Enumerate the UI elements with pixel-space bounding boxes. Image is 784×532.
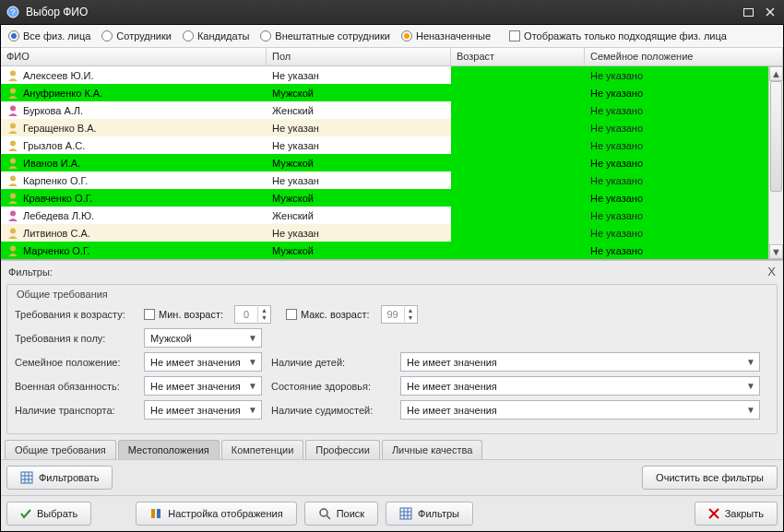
combo-crimes[interactable]: Не имеет значения▼: [400, 400, 760, 420]
table-row[interactable]: Лебедева Л.Ю.ЖенскийНе указано: [1, 207, 783, 224]
close-dialog-button[interactable]: Закрыть: [695, 502, 778, 526]
table-row[interactable]: Иванов И.А.МужскойНе указано: [1, 154, 783, 171]
button-label: Выбрать: [37, 508, 77, 519]
spin-up[interactable]: ▲: [404, 307, 417, 314]
radio-all-persons[interactable]: Все физ. лица: [8, 30, 90, 41]
combo-gender[interactable]: Мужской▼: [144, 328, 262, 348]
column-header-age[interactable]: Возраст: [451, 48, 585, 65]
filters-title: Фильтры:: [8, 266, 53, 278]
chevron-down-icon: ▼: [746, 357, 755, 367]
cell-gender: Мужской: [272, 245, 314, 256]
table-row[interactable]: Кравченко О.Г.МужскойНе указано: [1, 189, 783, 207]
svg-point-15: [10, 245, 16, 251]
spin-down[interactable]: ▼: [257, 314, 270, 322]
checkbox-min-age[interactable]: Мин. возраст:: [144, 309, 223, 320]
filter-group-general: Общие требования Требования к возрасту: …: [6, 284, 778, 434]
filters-panel: Фильтры: X Общие требования Требования к…: [1, 260, 783, 496]
spinner-min-age[interactable]: ▲▼: [234, 305, 271, 324]
scroll-up-button[interactable]: ▲: [769, 66, 783, 81]
radio-employees[interactable]: Сотрудники: [101, 30, 172, 41]
svg-text:?: ?: [10, 7, 15, 17]
scroll-thumb[interactable]: [770, 81, 782, 192]
svg-point-13: [10, 210, 16, 216]
label-min-age: Мин. возраст:: [159, 309, 223, 320]
cell-fio: Алексеев Ю.И.: [23, 70, 94, 81]
checkbox-max-age[interactable]: Макс. возраст:: [286, 309, 370, 320]
checkbox-show-matching[interactable]: Отображать только подходящие физ. лица: [509, 30, 727, 41]
input-max-age[interactable]: [382, 308, 404, 321]
radio-label: Внештатные сотрудники: [275, 30, 390, 41]
spin-down[interactable]: ▼: [404, 314, 417, 322]
combo-value: Не имеет значения: [150, 381, 241, 392]
combo-value: Мужской: [150, 333, 192, 344]
apply-filter-button[interactable]: Фильтровать: [6, 466, 113, 490]
tab-location[interactable]: Местоположения: [118, 440, 220, 459]
table-row[interactable]: Карпенко О.Г.Не указанНе указано: [1, 171, 783, 189]
svg-point-6: [10, 88, 16, 93]
persons-grid: ФИО Пол Возраст Семейное положение Алекс…: [1, 48, 783, 260]
input-min-age[interactable]: [235, 308, 257, 321]
table-row[interactable]: Алексеев Ю.И.Не указанНе указано: [1, 66, 783, 84]
combo-family[interactable]: Не имеет значения▼: [144, 352, 262, 372]
cell-family: Не указано: [590, 228, 643, 239]
cell-gender: Не указан: [272, 228, 319, 239]
table-row[interactable]: Ануфриенко К.А.МужскойНе указано: [1, 84, 783, 101]
label-health: Состояние здоровья:: [271, 381, 391, 392]
column-header-gender[interactable]: Пол: [267, 48, 451, 65]
svg-point-14: [10, 228, 16, 233]
grid-scrollbar[interactable]: ▲ ▼: [768, 66, 783, 259]
cell-gender: Женский: [272, 105, 314, 116]
combo-military[interactable]: Не имеет значения▼: [144, 376, 262, 396]
search-button[interactable]: Поиск: [304, 502, 378, 526]
label-gender-requirements: Требования к полу:: [15, 333, 135, 344]
cell-family: Не указано: [590, 245, 643, 256]
label-military: Военная обязанность:: [15, 381, 135, 392]
cell-family: Не указано: [590, 105, 643, 116]
combo-health[interactable]: Не имеет значения▼: [400, 376, 760, 396]
select-button[interactable]: Выбрать: [6, 502, 91, 526]
filters-header: Фильтры: X: [1, 261, 783, 282]
maximize-button[interactable]: [740, 5, 756, 19]
radio-candidates[interactable]: Кандидаты: [183, 30, 249, 41]
cell-gender: Не указан: [272, 70, 319, 81]
combo-transport[interactable]: Не имеет значения▼: [144, 400, 262, 420]
person-icon: [6, 209, 19, 222]
radio-freelance[interactable]: Внештатные сотрудники: [260, 30, 390, 41]
column-header-family[interactable]: Семейное положение: [585, 48, 783, 65]
tab-personal[interactable]: Личные качества: [382, 440, 482, 459]
cell-fio: Марченко О.Г.: [23, 245, 90, 256]
filter-tabs: Общие требования Местоположения Компетен…: [1, 440, 783, 459]
combo-children[interactable]: Не имеет значения▼: [400, 352, 760, 372]
spin-up[interactable]: ▲: [257, 307, 270, 314]
cell-fio: Геращенко В.А.: [23, 123, 97, 134]
spinner-max-age[interactable]: ▲▼: [381, 305, 418, 324]
grid-icon: [399, 507, 412, 520]
column-header-fio[interactable]: ФИО: [1, 48, 267, 65]
tab-profession[interactable]: Профессии: [305, 440, 380, 459]
client-area: Все физ. лица Сотрудники Кандидаты Внешт…: [0, 24, 784, 532]
cell-gender: Мужской: [272, 158, 314, 169]
tab-general[interactable]: Общие требования: [5, 440, 116, 459]
person-icon: [6, 227, 19, 240]
filters-close-button[interactable]: X: [767, 265, 776, 278]
cell-fio: Ануфриенко К.А.: [23, 88, 102, 99]
svg-line-24: [327, 515, 330, 519]
close-button[interactable]: [762, 5, 778, 19]
radio-unassigned[interactable]: Неназначенные: [401, 30, 491, 41]
tab-competence[interactable]: Компетенции: [221, 440, 304, 459]
table-row[interactable]: Грызлов А.С.Не указанНе указано: [1, 136, 783, 154]
table-row[interactable]: Литвинов С.А.Не указанНе указано: [1, 224, 783, 242]
clear-filters-button[interactable]: Очистить все фильтры: [642, 466, 778, 490]
table-row[interactable]: Геращенко В.А.Не указанНе указано: [1, 119, 783, 136]
table-row[interactable]: Буркова А.Л.ЖенскийНе указано: [1, 101, 783, 119]
chevron-down-icon: ▼: [746, 405, 755, 415]
scroll-down-button[interactable]: ▼: [769, 244, 783, 259]
button-label: Настройка отображения: [168, 508, 282, 519]
filters-button[interactable]: Фильтры: [386, 502, 473, 526]
close-icon: [708, 508, 719, 519]
cell-fio: Карпенко О.Г.: [23, 175, 88, 186]
svg-point-5: [10, 70, 16, 76]
table-row[interactable]: Марченко О.Г.МужскойНе указано: [1, 242, 783, 259]
display-settings-button[interactable]: Настройка отображения: [136, 502, 296, 526]
checkbox-label: Отображать только подходящие физ. лица: [524, 30, 727, 41]
